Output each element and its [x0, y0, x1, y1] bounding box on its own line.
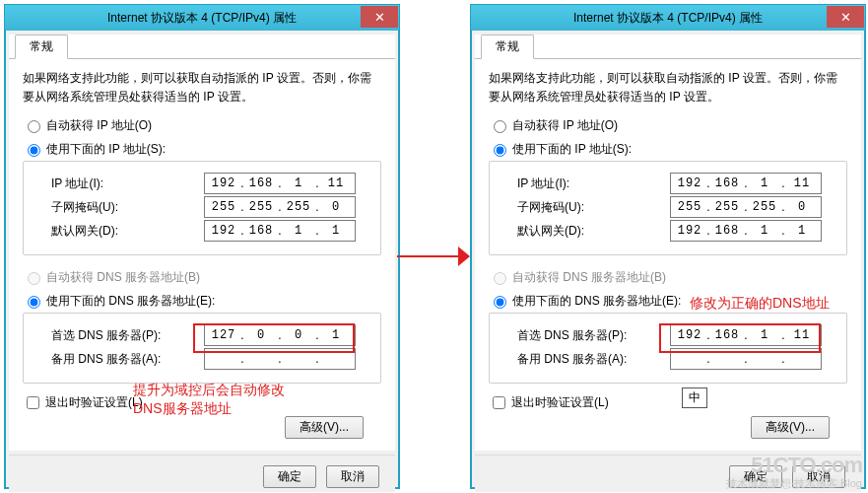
radio-manual-ip-label: 使用下面的 IP 地址(S): — [512, 141, 632, 158]
titlebar[interactable]: Internet 协议版本 4 (TCP/IPv4) 属性 ✕ — [5, 5, 399, 31]
window-title: Internet 协议版本 4 (TCP/IPv4) 属性 — [471, 10, 865, 27]
validate-label: 退出时验证设置(L) — [45, 394, 143, 411]
mask-label: 子网掩码(U): — [500, 199, 670, 216]
dns1-label: 首选 DNS 服务器(P): — [33, 327, 204, 344]
radio-auto-ip-label: 自动获得 IP 地址(O) — [512, 117, 618, 134]
tab-general[interactable]: 常规 — [15, 35, 68, 59]
radio-auto-dns-input — [494, 272, 506, 285]
radio-manual-dns-input[interactable] — [494, 296, 506, 309]
titlebar[interactable]: Internet 协议版本 4 (TCP/IPv4) 属性 ✕ — [471, 5, 865, 31]
validate-checkbox[interactable] — [493, 396, 505, 409]
radio-manual-dns[interactable]: 使用下面的 DNS 服务器地址(E): — [23, 289, 381, 313]
dns1-input[interactable]: 127. 0. 0. 1 — [204, 324, 356, 346]
radio-manual-dns-label: 使用下面的 DNS 服务器地址(E): — [512, 293, 681, 310]
tabstrip: 常规 — [9, 35, 395, 59]
radio-manual-dns-label: 使用下面的 DNS 服务器地址(E): — [46, 293, 215, 310]
radio-auto-ip-input[interactable] — [494, 120, 506, 133]
radio-auto-ip-label: 自动获得 IP 地址(O) — [46, 117, 152, 134]
ok-button[interactable]: 确定 — [729, 465, 782, 488]
ok-button[interactable]: 确定 — [263, 465, 316, 488]
close-button[interactable]: ✕ — [361, 6, 398, 28]
window-title: Internet 协议版本 4 (TCP/IPv4) 属性 — [5, 10, 399, 27]
validate-label: 退出时验证设置(L) — [511, 394, 609, 411]
radio-auto-ip-input[interactable] — [28, 120, 40, 133]
radio-auto-dns-label: 自动获得 DNS 服务器地址(B) — [512, 269, 666, 286]
ip-fieldset: IP 地址(I): 192. 168. 1. 11 子网掩码(U): 255. … — [23, 161, 381, 255]
radio-manual-ip[interactable]: 使用下面的 IP 地址(S): — [23, 137, 381, 161]
arrow-icon — [397, 246, 470, 266]
radio-manual-ip-input[interactable] — [494, 144, 506, 157]
close-icon: ✕ — [374, 10, 385, 25]
dns2-label: 备用 DNS 服务器(A): — [500, 351, 670, 368]
ip-label: IP 地址(I): — [500, 176, 670, 192]
ipv4-properties-window-after: Internet 协议版本 4 (TCP/IPv4) 属性 ✕ 常规 如果网络支… — [470, 4, 866, 489]
radio-auto-dns: 自动获得 DNS 服务器地址(B) — [23, 265, 381, 289]
gw-label: 默认网关(D): — [500, 223, 670, 240]
radio-auto-dns-input — [28, 272, 40, 285]
ip-fieldset: IP 地址(I): 192. 168. 1. 11 子网掩码(U): 255. … — [489, 161, 847, 255]
ip-input[interactable]: 192. 168. 1. 11 — [204, 173, 356, 194]
gw-input[interactable]: 192. 168. 1. 1 — [670, 220, 822, 242]
ip-label: IP 地址(I): — [33, 176, 204, 192]
gw-label: 默认网关(D): — [33, 223, 204, 240]
advanced-button[interactable]: 高级(V)... — [285, 416, 364, 439]
cancel-button[interactable]: 取消 — [326, 465, 379, 488]
mask-input[interactable]: 255. 255. 255. 0 — [670, 196, 822, 218]
window-body: 常规 如果网络支持此功能，则可以获取自动指派的 IP 设置。否则，你需要从网络系… — [475, 35, 861, 451]
tab-general[interactable]: 常规 — [481, 35, 534, 59]
ip-input[interactable]: 192. 168. 1. 11 — [670, 173, 822, 194]
mask-input[interactable]: 255. 255. 255. 0 — [204, 196, 356, 218]
validate-checkbox-row[interactable]: 退出时验证设置(L) — [489, 393, 847, 412]
advanced-button[interactable]: 高级(V)... — [751, 416, 830, 439]
ime-indicator: 中 — [682, 387, 707, 408]
radio-auto-dns-label: 自动获得 DNS 服务器地址(B) — [46, 269, 200, 286]
description-text: 如果网络支持此功能，则可以获取自动指派的 IP 设置。否则，你需要从网络系统管理… — [489, 69, 847, 106]
radio-manual-ip-label: 使用下面的 IP 地址(S): — [46, 141, 166, 158]
validate-checkbox-row[interactable]: 退出时验证设置(L) — [23, 393, 381, 412]
close-button[interactable]: ✕ — [827, 6, 864, 28]
window-body: 常规 如果网络支持此功能，则可以获取自动指派的 IP 设置。否则，你需要从网络系… — [9, 35, 395, 451]
dialog-buttons: 确定 取消 — [9, 455, 395, 492]
dns2-label: 备用 DNS 服务器(A): — [33, 351, 204, 368]
dns2-input[interactable]: . . . — [670, 348, 822, 370]
radio-manual-ip-input[interactable] — [28, 144, 40, 157]
radio-manual-ip[interactable]: 使用下面的 IP 地址(S): — [489, 137, 847, 161]
validate-checkbox[interactable] — [27, 396, 39, 409]
dns-fieldset: 首选 DNS 服务器(P): 192. 168. 1. 11 备用 DNS 服务… — [489, 313, 847, 384]
cancel-button[interactable]: 取消 — [792, 465, 845, 488]
radio-manual-dns[interactable]: 使用下面的 DNS 服务器地址(E): — [489, 289, 847, 313]
mask-label: 子网掩码(U): — [33, 199, 204, 216]
tabstrip: 常规 — [475, 35, 861, 59]
radio-auto-dns: 自动获得 DNS 服务器地址(B) — [489, 265, 847, 289]
close-icon: ✕ — [840, 10, 851, 25]
radio-auto-ip[interactable]: 自动获得 IP 地址(O) — [23, 113, 381, 137]
radio-auto-ip[interactable]: 自动获得 IP 地址(O) — [489, 113, 847, 137]
description-text: 如果网络支持此功能，则可以获取自动指派的 IP 设置。否则，你需要从网络系统管理… — [23, 69, 381, 106]
dns-fieldset: 首选 DNS 服务器(P): 127. 0. 0. 1 备用 DNS 服务器(A… — [23, 313, 381, 384]
dns2-input[interactable]: . . . — [204, 348, 356, 370]
dns1-label: 首选 DNS 服务器(P): — [500, 327, 670, 344]
radio-manual-dns-input[interactable] — [28, 296, 40, 309]
dialog-buttons: 确定 取消 — [475, 455, 861, 492]
ipv4-properties-window-before: Internet 协议版本 4 (TCP/IPv4) 属性 ✕ 常规 如果网络支… — [4, 4, 400, 489]
dns1-input[interactable]: 192. 168. 1. 11 — [670, 324, 822, 346]
gw-input[interactable]: 192. 168. 1. 1 — [204, 220, 356, 242]
